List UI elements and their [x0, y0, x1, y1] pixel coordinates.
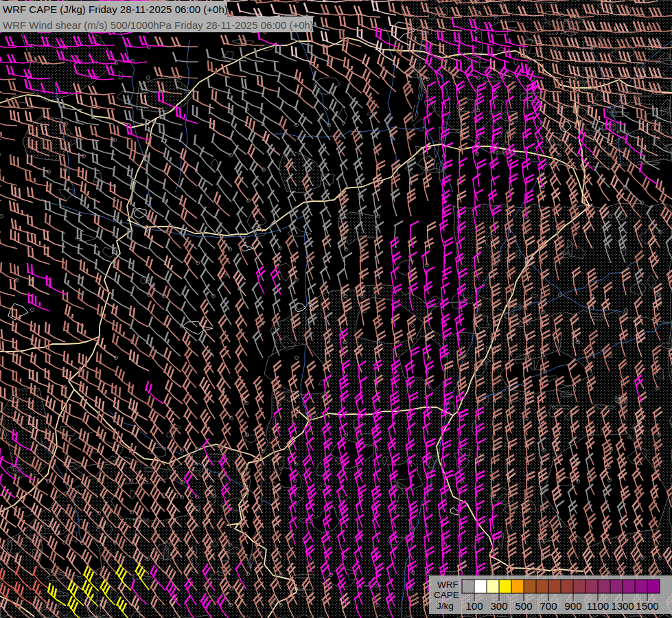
svg-text:WRF: WRF — [437, 580, 459, 590]
svg-text:1100: 1100 — [587, 600, 609, 612]
svg-text:300: 300 — [490, 600, 507, 612]
svg-text:WRF CAPE (J/kg) Friday 28-11-2: WRF CAPE (J/kg) Friday 28-11-2025 06:00 … — [3, 3, 228, 15]
svg-text:WRF Wind shear (m/s) 500/1000h: WRF Wind shear (m/s) 500/1000hPa Friday … — [3, 19, 314, 31]
svg-text:500: 500 — [515, 600, 532, 612]
svg-text:100: 100 — [465, 600, 483, 612]
svg-text:900: 900 — [564, 600, 581, 612]
svg-text:CAPE: CAPE — [434, 590, 459, 600]
svg-text:1500: 1500 — [636, 600, 658, 612]
svg-text:1300: 1300 — [611, 600, 634, 612]
svg-text:700: 700 — [540, 600, 557, 612]
svg-text:J/kg: J/kg — [437, 601, 454, 611]
